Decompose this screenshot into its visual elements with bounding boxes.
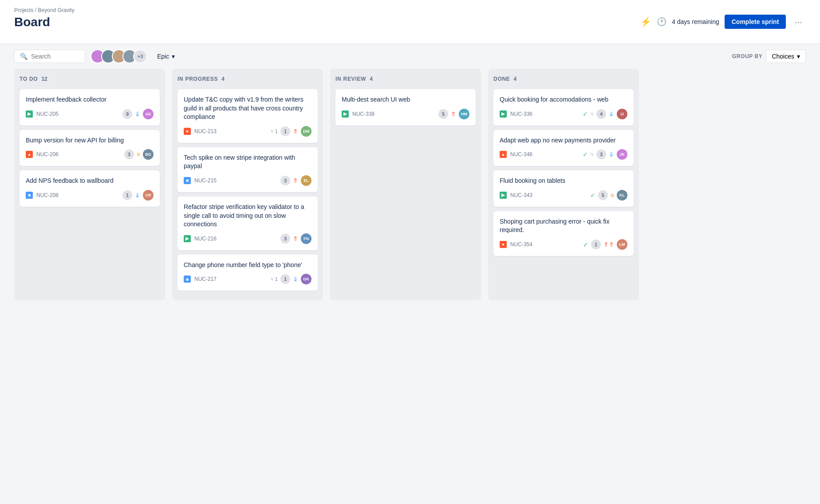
issue-key: NUC-213 <box>194 128 217 134</box>
card-meta-right: 5 ⇑ HM <box>438 109 469 119</box>
card[interactable]: Tech spike on new stripe integration wit… <box>177 147 318 192</box>
avatar-group: +3 <box>91 49 147 63</box>
column-count-todo: 12 <box>41 76 47 82</box>
card-footer: ▶ NUC-205 9 ⇓ AK <box>26 109 154 119</box>
card-meta-right: 3 ⇑ FN <box>280 233 311 244</box>
card-meta-left: ▶ NUC-216 <box>184 235 217 242</box>
card-footer: ■ NUC-217 ⑂ 1 1 ⇓ GK <box>184 274 311 284</box>
card-meta-right: 9 ⇓ AK <box>122 109 154 119</box>
story-points-badge: 3 <box>596 150 606 159</box>
complete-sprint-button[interactable]: Complete sprint <box>725 15 786 29</box>
column-header-done: DONE 4 <box>493 74 634 84</box>
issue-key: NUC-217 <box>194 276 217 282</box>
card-meta-right: ✓ ⑂ 4 ⇓ IJ <box>583 109 627 119</box>
card[interactable]: Implement feedback collector ▶ NUC-205 9… <box>20 89 160 126</box>
card-title: Multi-dest search UI web <box>342 95 469 104</box>
issue-type-icon: ▶ <box>342 110 349 118</box>
card-title: Refactor stripe verification key validat… <box>184 203 311 229</box>
priority-icon: ⇑ <box>293 177 298 184</box>
issue-type-icon: ■ <box>184 177 191 184</box>
card[interactable]: Change phone number field type to 'phone… <box>177 255 318 291</box>
card[interactable]: Refactor stripe verification key validat… <box>177 197 318 250</box>
choices-button[interactable]: Choices ▾ <box>766 50 806 63</box>
issue-key: NUC-346 <box>510 151 532 158</box>
checkmark-icon: ✓ <box>590 192 595 199</box>
story-points-badge: 3 <box>124 150 134 159</box>
issue-type-icon: ● <box>500 151 507 158</box>
column-todo: TO DO 12 Implement feedback collector ▶ … <box>14 69 165 300</box>
card[interactable]: Adapt web app no new payments provider ●… <box>493 130 634 166</box>
card[interactable]: Fluid booking on tablets ▶ NUC-343 ✓ 5 ≡… <box>493 170 634 207</box>
card-meta-left: ● NUC-213 <box>184 128 217 135</box>
column-count-done: 4 <box>514 76 517 82</box>
priority-icon: ⇑ <box>293 235 298 242</box>
column-header-inprogress: IN PROGRESS 4 <box>177 74 318 84</box>
assignee-avatar: HM <box>459 109 469 119</box>
epic-filter-button[interactable]: Epic ▾ <box>153 50 179 63</box>
breadcrumb: Projects / Beyond Gravity <box>14 7 74 13</box>
card-footer: ▶ NUC-336 ✓ ⑂ 4 ⇓ IJ <box>500 109 627 119</box>
card-footer: ▶ NUC-343 ✓ 5 ≡ KL <box>500 190 627 201</box>
card-meta-left: ▶ NUC-338 <box>342 110 375 118</box>
column-title-done: DONE <box>493 76 510 82</box>
toolbar-left: 🔍 +3 Epic ▾ <box>14 49 179 63</box>
checkmark-icon: ✓ <box>583 241 588 248</box>
issue-type-icon: ▶ <box>500 110 507 118</box>
search-input[interactable] <box>31 53 79 60</box>
header: Projects / Beyond Gravity Board ⚡ 🕐 4 da… <box>0 0 820 44</box>
group-by-label: GROUP BY <box>732 53 763 59</box>
story-points-badge: 5 <box>598 190 608 200</box>
card[interactable]: Shoping cart purchasing error - quick fi… <box>493 211 634 256</box>
priority-icon: ⇓ <box>135 192 140 199</box>
assignee-avatar: GK <box>301 274 311 284</box>
choices-label: Choices <box>772 53 794 60</box>
more-options-button[interactable]: ··· <box>791 15 806 29</box>
issue-type-icon: ● <box>26 151 33 158</box>
assignee-avatar: EL <box>301 175 311 186</box>
story-points-badge: 1 <box>591 240 601 249</box>
story-points-badge: 1 <box>280 126 290 136</box>
column-title-todo: TO DO <box>20 76 38 82</box>
issue-key: NUC-354 <box>510 241 532 248</box>
card[interactable]: Bump version for new API for billing ● N… <box>20 130 160 166</box>
card-meta-left: ▶ NUC-205 <box>26 110 59 118</box>
card-title: Fluid booking on tablets <box>500 177 627 185</box>
priority-icon: ≡ <box>137 151 140 158</box>
card-title: Shoping cart purchasing error - quick fi… <box>500 217 627 235</box>
priority-icon: ⇑ <box>293 128 298 135</box>
search-box[interactable]: 🔍 <box>14 50 85 63</box>
priority-icon: ⇓ <box>135 110 140 118</box>
issue-key: NUC-205 <box>36 111 59 117</box>
card-meta-left: ■ NUC-208 <box>26 192 59 199</box>
priority-icon: ⇓ <box>293 276 298 283</box>
card-meta-right: ✓ 5 ≡ KL <box>590 190 627 201</box>
card-meta-right: ⑂ 1 1 ⇑ DM <box>271 126 311 137</box>
column-count-inprogress: 4 <box>221 76 225 82</box>
toolbar-right: GROUP BY Choices ▾ <box>732 50 806 63</box>
card-meta-right: 3 ≡ BG <box>124 149 154 160</box>
priority-icon: ⇓ <box>609 151 614 158</box>
issue-key: NUC-336 <box>510 111 532 117</box>
story-points-badge: 3 <box>280 176 290 185</box>
column-inreview: IN REVIEW 4 Multi-dest search UI web ▶ N… <box>330 69 481 300</box>
issue-key: NUC-338 <box>352 111 375 117</box>
avatar-more[interactable]: +3 <box>133 49 147 63</box>
assignee-avatar: FN <box>301 233 311 244</box>
card-meta-left: ● NUC-206 <box>26 151 59 158</box>
card[interactable]: Quick booking for accomodations - web ▶ … <box>493 89 634 126</box>
issue-key: NUC-208 <box>36 192 59 198</box>
header-actions: ⚡ 🕐 4 days remaining Complete sprint ··· <box>640 15 806 29</box>
assignee-avatar: CR <box>143 190 154 201</box>
card[interactable]: Update T&C copy with v1.9 from the write… <box>177 89 318 143</box>
card[interactable]: Add NPS feedback to wallboard ■ NUC-208 … <box>20 170 160 207</box>
card-title: Update T&C copy with v1.9 from the write… <box>184 95 311 122</box>
card-footer: ● NUC-213 ⑂ 1 1 ⇑ DM <box>184 126 311 137</box>
card-footer: ● NUC-354 ✓ 1 ⇑⇑ LM <box>500 239 627 250</box>
days-remaining: 4 days remaining <box>672 18 719 25</box>
clock-icon: 🕐 <box>657 17 666 27</box>
git-icon: ⑂ 1 <box>271 129 278 134</box>
priority-icon: ⇓ <box>609 110 614 118</box>
card[interactable]: Multi-dest search UI web ▶ NUC-338 5 ⇑ H… <box>335 89 476 126</box>
priority-icon: ⇑⇑ <box>603 241 614 248</box>
issue-key: NUC-343 <box>510 192 532 198</box>
